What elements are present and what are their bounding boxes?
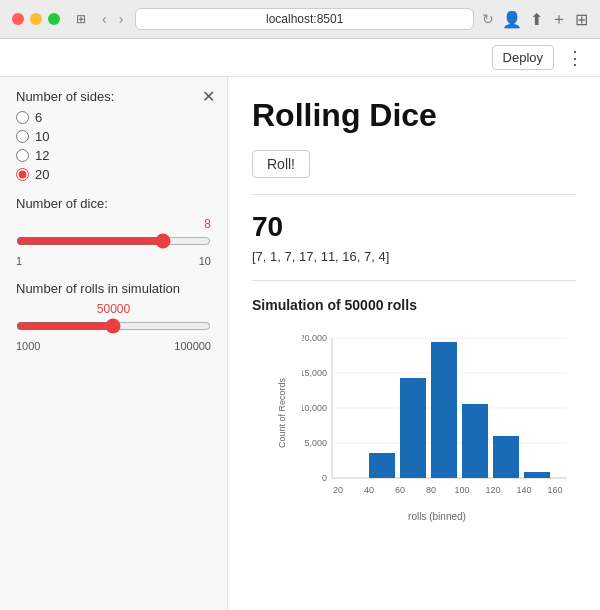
new-tab-icon[interactable]: ＋ — [551, 9, 567, 30]
sides-label: Number of sides: — [16, 89, 211, 104]
menu-icon[interactable]: ⋮ — [566, 47, 584, 69]
sides-section: Number of sides: 6 10 12 20 — [16, 89, 211, 182]
sides-radio-12[interactable] — [16, 149, 29, 162]
y-axis-label: Count of Records — [277, 378, 287, 448]
dice-max-label: 10 — [199, 255, 211, 267]
browser-chrome: ⊞ ‹ › localhost:8501 ↻ 👤 ⬆ ＋ ⊞ — [0, 0, 600, 39]
sides-label-10: 10 — [35, 129, 49, 144]
extensions-icon[interactable]: ⊞ — [575, 10, 588, 29]
minimize-traffic-light[interactable] — [30, 13, 42, 25]
svg-text:160: 160 — [547, 485, 562, 495]
svg-text:0: 0 — [322, 473, 327, 483]
sides-label-12: 12 — [35, 148, 49, 163]
rolls-slider[interactable] — [16, 318, 211, 334]
sidebar-close-button[interactable]: ✕ — [202, 87, 215, 106]
rolls-slider-limits: 1000 100000 — [16, 340, 211, 352]
dice-slider-container: 8 1 10 — [16, 217, 211, 267]
bar-100 — [431, 342, 457, 478]
sidebar: ✕ Number of sides: 6 10 12 20 — [0, 77, 228, 610]
bar-80 — [400, 378, 426, 478]
svg-text:40: 40 — [364, 485, 374, 495]
sides-radio-group: 6 10 12 20 — [16, 110, 211, 182]
x-axis-label: rolls (binned) — [302, 511, 572, 522]
sides-label-20: 20 — [35, 167, 49, 182]
rolls-min-label: 1000 — [16, 340, 40, 352]
bar-160 — [524, 472, 550, 478]
account-icon[interactable]: 👤 — [502, 10, 522, 29]
sides-radio-6[interactable] — [16, 111, 29, 124]
dice-section: Number of dice: 8 1 10 — [16, 196, 211, 267]
chart-container: 0 5,000 10,000 15,000 20,000 — [302, 323, 572, 522]
sidebar-toggle-icon[interactable]: ⊞ — [72, 11, 90, 27]
browser-toolbar-right: 👤 ⬆ ＋ ⊞ — [502, 9, 588, 30]
svg-text:80: 80 — [426, 485, 436, 495]
bar-140 — [493, 436, 519, 478]
reload-button[interactable]: ↻ — [482, 11, 494, 27]
traffic-lights — [12, 13, 60, 25]
sides-option-12[interactable]: 12 — [16, 148, 211, 163]
svg-text:20,000: 20,000 — [302, 333, 327, 343]
app-body: ✕ Number of sides: 6 10 12 20 — [0, 77, 600, 610]
roll-button[interactable]: Roll! — [252, 150, 310, 178]
svg-text:120: 120 — [485, 485, 500, 495]
sides-option-6[interactable]: 6 — [16, 110, 211, 125]
histogram-chart: 0 5,000 10,000 15,000 20,000 — [302, 323, 572, 503]
share-icon[interactable]: ⬆ — [530, 10, 543, 29]
main-content: Rolling Dice Roll! 70 [7, 1, 7, 17, 11, … — [228, 77, 600, 610]
forward-button[interactable]: › — [115, 9, 128, 29]
sides-radio-20[interactable] — [16, 168, 29, 181]
rolls-value-display: 50000 — [16, 302, 211, 316]
dice-min-label: 1 — [16, 255, 22, 267]
svg-text:140: 140 — [516, 485, 531, 495]
window-controls: ⊞ — [72, 11, 90, 27]
dice-slider[interactable] — [16, 233, 211, 249]
svg-text:5,000: 5,000 — [304, 438, 327, 448]
rolls-section: Number of rolls in simulation 50000 1000… — [16, 281, 211, 352]
rolls-slider-container: 50000 1000 100000 — [16, 302, 211, 352]
divider-2 — [252, 280, 576, 281]
deploy-button[interactable]: Deploy — [492, 45, 554, 70]
close-traffic-light[interactable] — [12, 13, 24, 25]
sides-label-6: 6 — [35, 110, 42, 125]
svg-text:10,000: 10,000 — [302, 403, 327, 413]
maximize-traffic-light[interactable] — [48, 13, 60, 25]
roll-detail: [7, 1, 7, 17, 11, 16, 7, 4] — [252, 249, 576, 264]
divider-1 — [252, 194, 576, 195]
address-bar[interactable]: localhost:8501 — [135, 8, 474, 30]
chart-title: Simulation of 50000 rolls — [252, 297, 576, 313]
page-title: Rolling Dice — [252, 97, 576, 134]
svg-text:60: 60 — [395, 485, 405, 495]
svg-text:15,000: 15,000 — [302, 368, 327, 378]
bar-120 — [462, 404, 488, 478]
sides-option-20[interactable]: 20 — [16, 167, 211, 182]
nav-buttons: ‹ › — [98, 9, 127, 29]
app-toolbar: Deploy ⋮ — [0, 39, 600, 77]
roll-result: 70 — [252, 211, 576, 243]
bar-60 — [369, 453, 395, 478]
back-button[interactable]: ‹ — [98, 9, 111, 29]
rolls-label: Number of rolls in simulation — [16, 281, 211, 296]
svg-text:100: 100 — [454, 485, 469, 495]
rolls-max-label: 100000 — [174, 340, 211, 352]
sides-option-10[interactable]: 10 — [16, 129, 211, 144]
dice-slider-limits: 1 10 — [16, 255, 211, 267]
svg-text:20: 20 — [333, 485, 343, 495]
dice-label: Number of dice: — [16, 196, 211, 211]
sides-radio-10[interactable] — [16, 130, 29, 143]
dice-value-display: 8 — [16, 217, 211, 231]
